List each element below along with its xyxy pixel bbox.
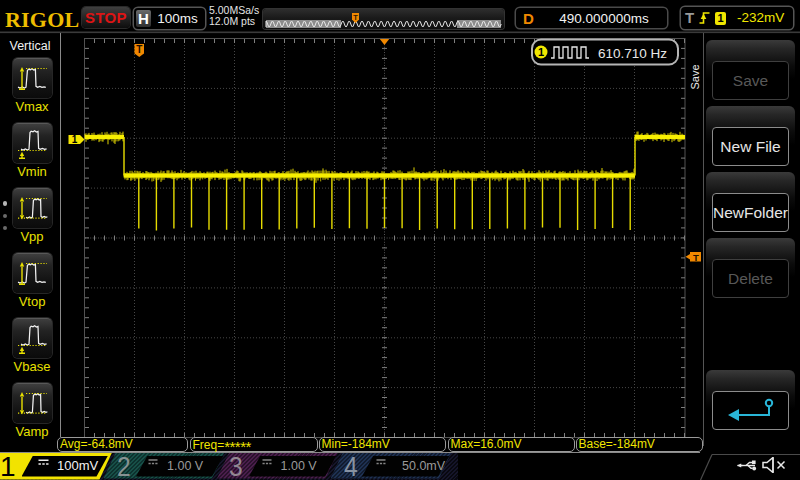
svg-text:1: 1 [72,134,78,145]
svg-text:T: T [136,44,142,55]
svg-text:1: 1 [538,46,544,58]
svg-text:610.710 Hz: 610.710 Hz [598,46,667,61]
svg-text:T: T [693,252,699,263]
svg-text:T: T [353,13,358,22]
